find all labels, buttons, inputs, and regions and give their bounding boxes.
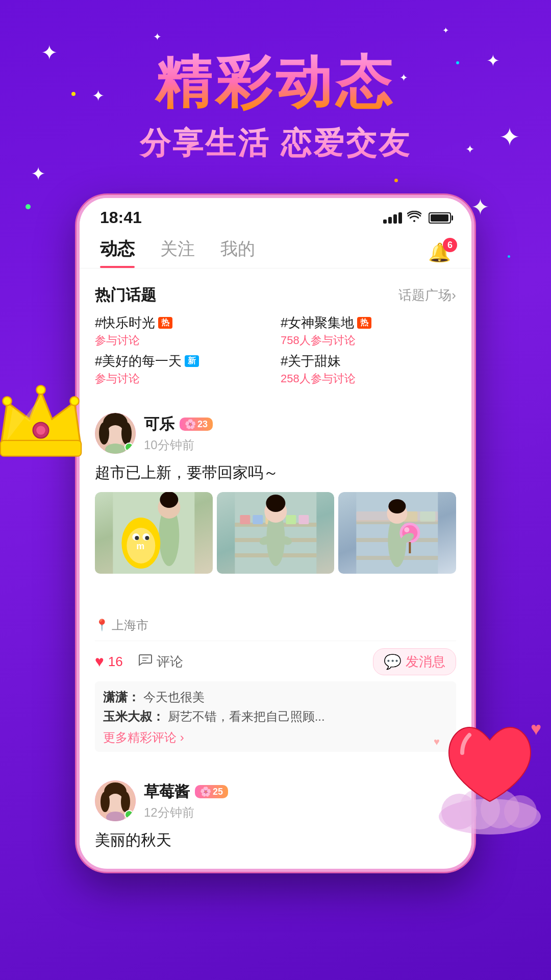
svg-point-21: [99, 422, 109, 445]
post-user-info-1: 可乐 🌸 23 10分钟前: [144, 414, 456, 453]
post-time-1: 10分钟前: [144, 437, 456, 453]
svg-rect-39: [240, 515, 250, 524]
post-location-1: 📍 上海市: [95, 617, 456, 633]
svg-point-14: [481, 790, 519, 828]
comment-username-2: 玉米大叔：: [103, 709, 164, 723]
post-comments-1: 潇潇： 今天也很美 玉米大叔： 厨艺不错，看来把自己照顾... 更多精彩评论 ›: [95, 681, 456, 752]
comment-button-1[interactable]: 评论: [138, 653, 183, 671]
post-content-2: 美丽的秋天: [95, 828, 456, 851]
topic-count-1: 参与讨论: [95, 333, 270, 348]
user-level-2: 🌸 25: [195, 785, 228, 798]
hot-topics-section: 热门话题 话题广场 › #快乐时光 热 参与讨论 #女神聚集地 热: [80, 275, 471, 397]
svg-point-69: [101, 792, 110, 812]
status-icons: [383, 211, 451, 225]
post-card-1: 可乐 🌸 23 10分钟前 超市已上新，要带回家吗～: [80, 401, 471, 764]
topic-name-2: #女神聚集地 热: [281, 314, 456, 332]
tab-divider: [80, 268, 471, 268]
topics-grid: #快乐时光 热 参与讨论 #女神聚集地 热 758人参与讨论 #美好的每一天 新: [95, 314, 456, 386]
battery-icon: [429, 212, 451, 224]
avatar-online-indicator-2: [124, 810, 134, 819]
post-header-1: 可乐 🌸 23 10分钟前: [95, 413, 456, 454]
battery-fill: [431, 214, 448, 222]
signal-bar-1: [383, 219, 387, 224]
svg-text:♥: ♥: [531, 718, 541, 739]
message-button-1[interactable]: 💬 发消息: [373, 648, 456, 675]
svg-rect-1: [1, 440, 81, 456]
location-icon: 📍: [95, 619, 109, 632]
hot-badge: 热: [158, 317, 172, 329]
comment-line-2: 玉米大叔： 厨艺不错，看来把自己照顾...: [103, 707, 448, 726]
signal-icon: [383, 212, 402, 224]
dot-decoration: [26, 204, 31, 209]
svg-point-22: [121, 422, 132, 445]
svg-marker-0: [2, 391, 80, 442]
dot-decoration: [508, 255, 510, 258]
username-2: 草莓酱: [144, 781, 190, 802]
topic-item-1[interactable]: #快乐时光 热 参与讨论: [95, 314, 270, 348]
topic-item-3[interactable]: #美好的每一天 新 参与讨论: [95, 352, 270, 386]
message-icon: 💬: [384, 653, 402, 670]
topic-name-4: #关于甜妹: [281, 352, 456, 370]
comment-username-1: 潇潇：: [103, 690, 140, 704]
post-time-2: 12分钟前: [144, 804, 456, 821]
signal-bar-2: [388, 217, 392, 224]
dot-decoration: [394, 179, 398, 182]
like-count-1: 16: [108, 654, 123, 670]
tab-mine[interactable]: 我的: [220, 237, 255, 268]
topic-name-1: #快乐时光 热: [95, 314, 270, 332]
phone-mockup: 18:41 动态: [77, 195, 474, 872]
topic-item-2[interactable]: #女神聚集地 热 758人参与讨论: [281, 314, 456, 348]
sparkle-star: ✦: [471, 194, 490, 220]
status-time: 18:41: [100, 208, 142, 227]
post-header-2: 草莓酱 🌸 25 12分钟前: [95, 780, 456, 821]
svg-rect-40: [253, 515, 263, 524]
svg-point-61: [405, 527, 410, 532]
wifi-icon: [407, 211, 421, 225]
more-comments-link[interactable]: 更多精彩评论 ›: [103, 729, 448, 746]
svg-rect-43: [298, 515, 309, 524]
level-icon: 🌸: [185, 419, 196, 430]
svg-point-7: [4, 398, 10, 404]
topic-item-4[interactable]: #关于甜妹 258人参与讨论: [281, 352, 456, 386]
header-section: 精彩动态 分享生活 恋爱交友: [0, 0, 551, 164]
tab-follow[interactable]: 关注: [160, 237, 195, 268]
post-actions-1: ♥ 16 评论 💬 发消息: [95, 641, 456, 675]
svg-point-4: [3, 397, 12, 406]
svg-rect-55: [420, 511, 436, 522]
avatar-kele[interactable]: [95, 413, 136, 454]
like-button-1[interactable]: ♥ 16: [95, 653, 123, 670]
tab-dynamics[interactable]: 动态: [100, 237, 135, 268]
svg-rect-42: [286, 515, 296, 524]
post-image-2[interactable]: [217, 492, 335, 610]
new-badge: 新: [185, 355, 199, 367]
username-row-2: 草莓酱 🌸 25: [144, 781, 456, 802]
svg-point-32: [135, 536, 139, 540]
main-title: 精彩动态: [0, 51, 551, 113]
svg-point-58: [389, 499, 406, 513]
username-row-1: 可乐 🌸 23: [144, 414, 456, 435]
svg-point-46: [266, 495, 285, 512]
avatar-online-indicator: [124, 443, 134, 452]
comment-line-1: 潇潇： 今天也很美: [103, 688, 448, 707]
topic-count-2: 758人参与讨论: [281, 333, 456, 348]
comment-icon: [138, 653, 153, 671]
notification-bell[interactable]: 🔔 6: [428, 242, 451, 263]
post-image-1[interactable]: m: [95, 492, 213, 610]
topic-count-4: 258人参与讨论: [281, 371, 456, 386]
hot-topics-title: 热门话题: [95, 285, 156, 306]
post-content-1: 超市已上新，要带回家吗～: [95, 461, 456, 484]
more-topics-link[interactable]: 话题广场 ›: [398, 286, 456, 304]
chevron-right-icon: ›: [452, 287, 456, 303]
svg-point-8: [37, 386, 44, 393]
hot-badge-2: 热: [357, 317, 371, 329]
comment-text-1: 今天也很美: [143, 690, 205, 704]
comment-text-2: 厨艺不错，看来把自己照顾...: [168, 709, 325, 723]
svg-point-15: [504, 795, 537, 828]
svg-point-3: [36, 426, 45, 435]
svg-point-27: [160, 492, 178, 508]
section-header: 热门话题 话题广场 ›: [95, 285, 456, 306]
post-image-3[interactable]: [338, 492, 456, 610]
avatar-strawberry[interactable]: [95, 780, 136, 821]
sparkle-star: ✦: [31, 163, 46, 185]
notification-badge: 6: [443, 238, 457, 252]
